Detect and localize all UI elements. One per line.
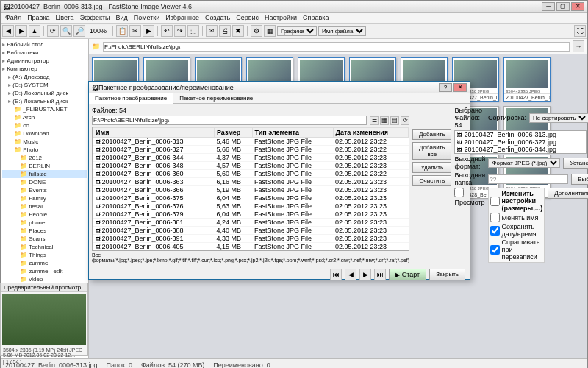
tree-(A:) Дисковод[interactable]: (A:) Дисковод — [2, 73, 87, 81]
table-row[interactable]: 20100427_Berlin_0006-3135,46 MBFastStone… — [93, 138, 409, 146]
source-path-input[interactable] — [92, 116, 367, 125]
list-item[interactable]: 20100427_Berlin_0006-327.jpg — [455, 138, 586, 146]
table-row[interactable]: 20100427_Berlin_0006-3275,66 MBFastStone… — [93, 146, 409, 154]
selected-file-list[interactable]: 20100427_Berlin_0006-313.jpg20100427_Ber… — [454, 130, 587, 154]
refresh-icon[interactable]: ⟳ — [47, 25, 59, 37]
dialog-help-button[interactable]: ? — [439, 83, 452, 92]
tree-Библиотеки[interactable]: Библиотеки — [2, 49, 87, 57]
table-row[interactable]: 20100427_Berlin_0006-4054,15 MBFastStone… — [93, 243, 409, 251]
table-row[interactable]: 20100427_Berlin_0006-3444,37 MBFastStone… — [93, 154, 409, 162]
tab-rename[interactable]: Пакетное переименование — [173, 93, 259, 103]
start-button[interactable]: ▶ Старт — [389, 269, 426, 280]
tree-Music[interactable]: Music — [2, 138, 87, 146]
table-row[interactable]: 20100427_Berlin_0006-3484,57 MBFastStone… — [93, 162, 409, 170]
table-row[interactable]: 20100427_Berlin_0006-3765,63 MBFastStone… — [93, 202, 409, 210]
crop-icon[interactable]: ⬚ — [187, 25, 199, 37]
tree-(C:) SYSTEM[interactable]: (C:) SYSTEM — [2, 81, 87, 89]
confirm-checkbox[interactable] — [490, 245, 500, 255]
sort-select[interactable]: Имя файла — [318, 26, 366, 36]
nav-first-icon[interactable]: ⏮ — [330, 269, 342, 280]
tree-Family[interactable]: Family — [2, 194, 87, 202]
delete-icon[interactable]: ✖ — [232, 25, 244, 37]
table-row[interactable]: 20100427_Berlin_0006-3605,60 MBFastStone… — [93, 170, 409, 178]
table-row[interactable]: 20100427_Berlin_0006-3756,04 MBFastStone… — [93, 194, 409, 202]
list-view-icon[interactable]: ☰ — [370, 116, 379, 125]
col-header[interactable]: Размер — [214, 128, 252, 138]
browse-button[interactable]: Выбрать — [571, 174, 588, 185]
refresh-list-icon[interactable]: ⟳ — [401, 116, 409, 125]
nav-last-icon[interactable]: ⏭ — [374, 269, 386, 280]
copy-icon[interactable]: 📋 — [116, 25, 128, 37]
menu-Настройки[interactable]: Настройки — [265, 14, 297, 21]
table-row[interactable]: 20100427_Berlin_0006-3665,19 MBFastStone… — [93, 186, 409, 194]
close-button[interactable]: ✕ — [571, 2, 584, 11]
tree-flesai[interactable]: flesai — [2, 202, 87, 210]
keep-date-checkbox[interactable] — [490, 226, 500, 236]
tree-cc[interactable]: cc — [2, 121, 87, 130]
add-all-button[interactable]: Добавить все — [412, 142, 451, 160]
dialog-close-button[interactable]: ✕ — [453, 83, 467, 92]
zoom-out-icon[interactable]: 🔎 — [74, 25, 85, 37]
grid-view-icon[interactable]: ▦ — [380, 116, 389, 125]
menu-Справка[interactable]: Справка — [303, 14, 329, 21]
out-format-select[interactable]: Формат JPEG (*.jpg) — [488, 158, 560, 168]
tree-Компьютер[interactable]: Компьютер — [2, 65, 87, 73]
table-row[interactable]: 20100427_Berlin_0006-3814,24 MBFastStone… — [93, 219, 409, 227]
tree-Рабочий стол[interactable]: Рабочий стол — [2, 40, 87, 49]
fullscreen-icon[interactable]: ⛶ — [574, 25, 586, 37]
settings-icon[interactable]: ⚙ — [251, 25, 262, 37]
tree-Places[interactable]: Places — [2, 227, 87, 235]
minimize-button[interactable]: ─ — [542, 2, 555, 11]
table-row[interactable]: 20100427_Berlin_0006-3914,33 MBFastStone… — [93, 235, 409, 243]
maximize-button[interactable]: ▢ — [556, 2, 570, 11]
menu-Цвета[interactable]: Цвета — [56, 14, 74, 21]
nav-next-icon[interactable]: ▶ — [359, 269, 371, 280]
back-button[interactable]: ◀ — [2, 25, 14, 37]
tree-(E:) Локальный диск[interactable]: (E:) Локальный диск — [2, 97, 87, 105]
table-row[interactable]: 20100428_Berlin_0006-75,70 MBFastStone J… — [93, 251, 409, 252]
rotate-left-icon[interactable]: ↶ — [161, 25, 173, 37]
path-input[interactable] — [103, 42, 570, 52]
list-item[interactable]: 20100427_Berlin_0006-344.jpg — [455, 146, 586, 153]
tree-Администратор[interactable]: Администратор — [2, 57, 87, 65]
tree-zumme[interactable]: zumme — [2, 259, 87, 267]
table-row[interactable]: 20100427_Berlin_0006-3636,16 MBFastStone… — [93, 178, 409, 186]
menu-Избранное[interactable]: Избранное — [165, 14, 199, 21]
email-icon[interactable]: ✉ — [206, 25, 218, 37]
menu-Сервис[interactable]: Сервис — [236, 14, 259, 21]
rotate-right-icon[interactable]: ↷ — [174, 25, 186, 37]
table-row[interactable]: 20100427_Berlin_0006-3884,40 MBFastStone… — [93, 227, 409, 235]
nav-prev-icon[interactable]: ◀ — [345, 269, 356, 280]
menu-Правка[interactable]: Правка — [27, 14, 49, 21]
clear-button[interactable]: Очистить — [412, 175, 451, 186]
tree-People[interactable]: People — [2, 210, 87, 219]
tab-convert[interactable]: Пакетное преобразование — [89, 93, 173, 104]
tree-Technical[interactable]: Technical — [2, 243, 87, 251]
tree-_FLIBUSTA.NET[interactable]: _FLIBUSTA.NET — [2, 105, 87, 113]
tree-Photo[interactable]: Photo — [2, 146, 87, 154]
tree-Arch[interactable]: Arch — [2, 113, 87, 121]
add-button[interactable]: Добавить — [412, 129, 451, 140]
menu-Пометки[interactable]: Пометки — [134, 14, 159, 21]
resize-checkbox[interactable] — [490, 197, 500, 206]
menu-Файл[interactable]: Файл — [5, 14, 21, 21]
detail-view-icon[interactable]: ▤ — [390, 116, 399, 125]
tree-2012[interactable]: 2012 — [2, 154, 87, 162]
out-dir-input[interactable] — [488, 174, 568, 184]
remove-button[interactable]: Удалить — [412, 162, 451, 173]
up-button[interactable]: ▲ — [29, 25, 40, 37]
list-item[interactable]: 20100427_Berlin_0006-348.jpg — [455, 153, 586, 154]
advanced-button[interactable]: Дополнительно — [548, 188, 588, 199]
col-header[interactable]: Имя — [93, 128, 215, 138]
tree-BERLIN[interactable]: BERLIN — [2, 162, 87, 170]
go-button[interactable]: → — [573, 40, 584, 52]
slideshow-icon[interactable]: ▶ — [143, 25, 154, 37]
rename-checkbox[interactable] — [490, 213, 500, 222]
preview-checkbox[interactable] — [454, 188, 464, 197]
format-settings-button[interactable]: Установки — [563, 158, 588, 169]
forward-button[interactable]: ▶ — [15, 25, 27, 37]
zoom-in-icon[interactable]: 🔍 — [60, 25, 72, 37]
tree-Events[interactable]: Events — [2, 186, 87, 194]
table-row[interactable]: 20100427_Berlin_0006-3796,04 MBFastStone… — [93, 210, 409, 219]
col-header[interactable]: Дата изменения — [333, 128, 409, 138]
